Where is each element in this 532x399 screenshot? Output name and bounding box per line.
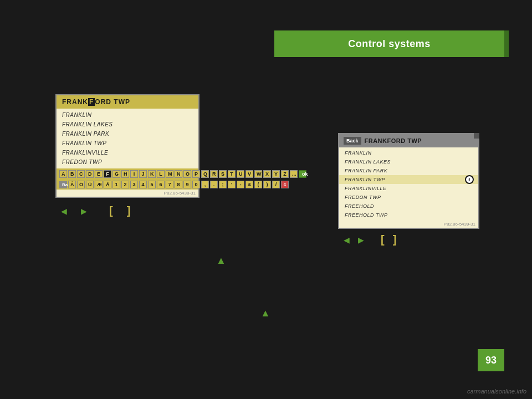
list-item-franklin[interactable]: FRANKLIN [339,149,478,157]
bracket-right-yellow: ] [127,204,131,217]
key-slash[interactable]: / [272,181,280,188]
header-banner: Control systems [274,30,504,57]
header-title: Control systems [348,38,431,50]
key-n[interactable]: N [175,170,182,178]
key-p[interactable]: P [192,170,200,178]
keyboard-row: A B C D E F G H I J K L M N O P Q R S T … [57,168,198,180]
key-m[interactable]: M [166,170,173,178]
nav-screen-left: FRANKFORD TWP FRANKLIN FRANKLIN LAKES FR… [55,94,200,198]
back-button-left[interactable]: Back [59,181,67,188]
key-d[interactable]: D [86,170,94,178]
key-x[interactable]: X [263,170,271,178]
key-j[interactable]: J [139,170,147,178]
key-w[interactable]: W [254,170,262,178]
list-item-fredon-twp[interactable]: FREDON TWP [339,193,478,202]
left-nav-panel: FRANKFORD TWP FRANKLIN FRANKLIN LAKES FR… [55,94,200,217]
left-arrow-green: ◀ [61,207,67,216]
key-ellipsis[interactable]: ... [290,170,298,178]
key-dash[interactable]: - [237,181,244,188]
key-9[interactable]: 9 [183,181,191,188]
list-item[interactable]: FREDON TWP [57,157,198,167]
list-item[interactable]: FRANKLIN TWP [57,139,198,148]
list-item-franklinville[interactable]: FRANKLINVILLE [339,184,478,193]
list-item-freehold[interactable]: FREEHOLD [339,202,478,211]
key-apos[interactable]: ' [228,181,236,188]
list-item[interactable]: FRANKLIN LAKES [57,120,198,129]
key-comma[interactable]: , [201,181,209,188]
nav-list-right: FRANKLIN FRANKLIN LAKES FRANKLIN PARK FR… [339,147,478,221]
key-2[interactable]: 2 [121,181,129,188]
key-s[interactable]: S [219,170,227,178]
key-f-active[interactable]: F [104,170,111,178]
key-amp[interactable]: & [245,181,253,188]
up-arrow-center: ▲ [216,255,226,266]
key-i[interactable]: I [130,170,138,178]
key-z[interactable]: Z [281,170,289,178]
key-ae[interactable]: Æ [95,181,103,188]
key-semi[interactable]: ; [219,181,227,188]
special-chars-row: Back Â Ö Ü Æ Å 1 2 3 4 5 6 7 8 9 0 , . ;… [57,180,198,190]
bracket-left-yellow: [ [109,204,113,217]
key-r[interactable]: R [210,170,218,178]
nav-screen-2-title: FRANKFORD TWP [365,137,422,144]
part-number-left: P82.86-5438-31 [57,190,198,197]
right-arrow-green: ▶ [81,207,87,216]
typed-text-frank: FRANK [62,98,88,106]
key-lparen[interactable]: ( [254,181,262,188]
key-k[interactable]: K [148,170,156,178]
list-item-franklin-park[interactable]: FRANKLIN PARK [339,166,478,175]
key-l[interactable]: L [157,170,165,178]
typed-remaining: ORD TWP [95,98,130,106]
list-item[interactable]: FRANKLINVILLE [57,148,198,157]
bracket-left-right-panel: [ [381,233,385,246]
list-item-franklin-twp[interactable]: FRANKLIN TWP 1 [339,175,478,184]
nav-screen-header-left: FRANKFORD TWP [57,95,198,109]
key-u[interactable]: U [237,170,244,178]
key-y[interactable]: Y [272,170,280,178]
key-u-umlaut[interactable]: Ü [86,181,94,188]
list-item-freehold-twp[interactable]: FREEHOLD TWP [339,211,478,219]
right-arrow-right-panel: ▶ [358,236,364,244]
right-nav-panel: Back FRANKFORD TWP FRANKLIN FRANKLIN LAK… [338,133,479,246]
circle-badge-1: 1 [465,175,474,184]
key-g[interactable]: G [112,170,120,178]
center-arrow: ▲ [216,255,226,267]
key-8[interactable]: 8 [175,181,182,188]
left-arrow-right-panel: ◀ [344,236,350,244]
back-label-right[interactable]: Back [344,137,361,145]
part-number-right: P82.86-5439-31 [339,221,478,228]
key-dot[interactable]: . [210,181,218,188]
key-4[interactable]: 4 [139,181,147,188]
key-t[interactable]: T [228,170,236,178]
key-a-umlaut[interactable]: Â [68,181,76,188]
key-0[interactable]: 0 [192,181,200,188]
key-q[interactable]: Q [201,170,209,178]
key-o-umlaut[interactable]: Ö [77,181,85,188]
key-1[interactable]: 1 [112,181,120,188]
list-item-franklin-lakes[interactable]: FRANKLIN LAKES [339,157,478,166]
key-7[interactable]: 7 [166,181,173,188]
list-item[interactable]: FRANKLIN PARK [57,129,198,139]
key-o[interactable]: O [183,170,191,178]
key-a[interactable]: A [59,170,67,178]
up-arrow-center-2: ▲ [260,308,270,319]
nav-screen-header-right: Back FRANKFORD TWP [339,134,478,147]
page-number: 93 [478,349,504,371]
key-e[interactable]: E [95,170,103,178]
key-h[interactable]: H [121,170,129,178]
corner-fold [474,133,479,139]
watermark: carmanualsonline.info [467,388,526,395]
key-c[interactable]: C [77,170,85,178]
key-5[interactable]: 5 [148,181,156,188]
cursor-f: F [88,98,95,106]
ok-button[interactable]: ok [299,170,306,178]
key-aa[interactable]: Å [104,181,111,188]
key-3[interactable]: 3 [130,181,138,188]
key-rparen[interactable]: ) [263,181,271,188]
key-6[interactable]: 6 [157,181,165,188]
clear-button[interactable]: c [281,181,289,188]
key-b[interactable]: B [68,170,76,178]
nav-list-left: FRANKLIN FRANKLIN LAKES FRANKLIN PARK FR… [57,109,198,168]
key-v[interactable]: V [245,170,253,178]
list-item[interactable]: FRANKLIN [57,110,198,120]
